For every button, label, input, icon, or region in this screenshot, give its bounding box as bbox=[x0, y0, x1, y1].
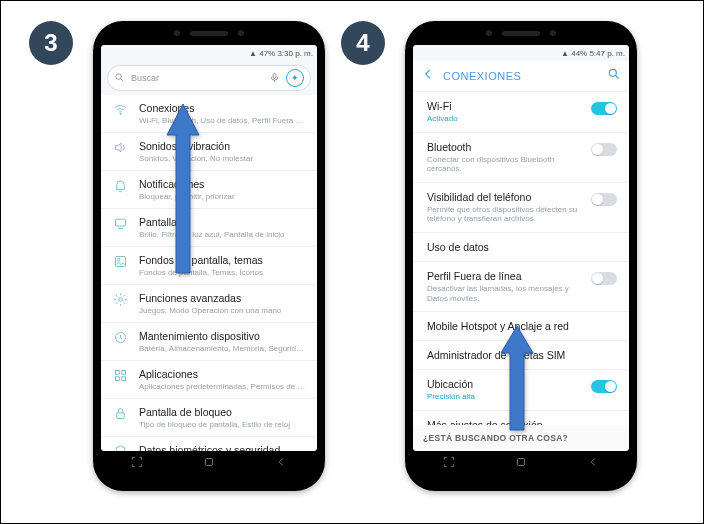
toggle-switch[interactable] bbox=[591, 272, 617, 285]
bell-icon bbox=[111, 178, 129, 201]
home-button[interactable] bbox=[514, 455, 528, 473]
grid-icon bbox=[111, 368, 129, 391]
row-title: Pantalla de bloqueo bbox=[139, 406, 307, 418]
row-title: Conexiones bbox=[139, 102, 307, 114]
display-icon bbox=[111, 216, 129, 239]
svg-rect-12 bbox=[121, 371, 125, 375]
row-subtitle: Batería, Almacenamiento, Memoria, Seguri… bbox=[139, 344, 307, 353]
svg-line-1 bbox=[121, 78, 123, 80]
svg-point-17 bbox=[609, 69, 616, 76]
connections-header: CONEXIONES bbox=[413, 61, 629, 92]
connections-row[interactable]: Más ajustes de conexión bbox=[413, 411, 629, 425]
wifi-icon bbox=[111, 102, 129, 125]
step-4-number: 4 bbox=[356, 29, 369, 57]
mic-icon[interactable] bbox=[269, 72, 280, 85]
connections-row[interactable]: Perfil Fuera de líneaDesactivar las llam… bbox=[413, 262, 629, 312]
toggle-switch[interactable] bbox=[591, 193, 617, 206]
row-subtitle: Fondos de pantalla, Temas, Íconos bbox=[139, 268, 307, 277]
svg-rect-11 bbox=[115, 371, 119, 375]
row-title: Fondos de pantalla, temas bbox=[139, 254, 307, 266]
row-subtitle: Precisión alta bbox=[427, 392, 583, 402]
row-subtitle: Conectar con dispositivos Bluetooth cerc… bbox=[427, 155, 583, 174]
settings-row-lock[interactable]: Pantalla de bloqueoTipo de bloqueo de pa… bbox=[101, 399, 317, 437]
tutorial-stage: 3 4 ▲ 47% 3:30 p. m. Buscar ✦ Conexiones… bbox=[0, 0, 704, 524]
connections-row[interactable]: Mobile Hotspot y Anclaje a red bbox=[413, 312, 629, 341]
recents-button[interactable] bbox=[130, 455, 144, 473]
back-icon[interactable] bbox=[421, 67, 435, 85]
step-3-number: 3 bbox=[44, 29, 57, 57]
svg-line-18 bbox=[616, 76, 619, 79]
svg-rect-2 bbox=[273, 73, 276, 78]
settings-row-shield[interactable]: Datos biométricos y seguridadReconocimie… bbox=[101, 437, 317, 451]
phone-4-sensors bbox=[405, 21, 637, 45]
settings-row-maint[interactable]: Mantenimiento dispositivoBatería, Almace… bbox=[101, 323, 317, 361]
row-title: Visibilidad del teléfono bbox=[427, 191, 583, 203]
svg-rect-13 bbox=[115, 377, 119, 381]
toggle-switch[interactable] bbox=[591, 380, 617, 393]
back-button[interactable] bbox=[274, 455, 288, 473]
settings-row-wall[interactable]: Fondos de pantalla, temasFondos de panta… bbox=[101, 247, 317, 285]
connections-row[interactable]: Visibilidad del teléfonoPermite que otro… bbox=[413, 183, 629, 233]
android-navbar bbox=[413, 451, 629, 481]
svg-point-9 bbox=[118, 298, 122, 302]
phone-3-sensors bbox=[93, 21, 325, 45]
row-title: Datos biométricos y seguridad bbox=[139, 444, 307, 451]
phone-step-4: ▲ 44% 5:47 p. m. CONEXIONES Wi-FiActivad… bbox=[405, 21, 637, 491]
row-title: Notificaciones bbox=[139, 178, 307, 190]
status-right: ▲ 44% 5:47 p. m. bbox=[561, 49, 625, 58]
row-subtitle: Activado bbox=[427, 114, 583, 124]
row-title: Pantalla bbox=[139, 216, 307, 228]
row-subtitle: Wi-Fi, Bluetooth, Uso de datos, Perfil F… bbox=[139, 116, 307, 125]
connections-row[interactable]: Wi-FiActivado bbox=[413, 92, 629, 133]
wall-icon bbox=[111, 254, 129, 277]
svg-rect-7 bbox=[115, 257, 125, 267]
toggle-switch[interactable] bbox=[591, 102, 617, 115]
row-title: Administrador de tarjetas SIM bbox=[427, 349, 617, 361]
svg-point-4 bbox=[119, 113, 120, 114]
maint-icon bbox=[111, 330, 129, 353]
step-3-badge: 3 bbox=[29, 21, 73, 65]
row-subtitle: Permite que otros dispositivos detecten … bbox=[427, 205, 583, 224]
row-title: Uso de datos bbox=[427, 241, 617, 253]
row-subtitle: Bloquear, permitir, priorizar bbox=[139, 192, 307, 201]
svg-point-8 bbox=[117, 258, 120, 261]
recents-button[interactable] bbox=[442, 455, 456, 473]
settings-row-display[interactable]: PantallaBrillo, Filtro de luz azul, Pant… bbox=[101, 209, 317, 247]
header-title: CONEXIONES bbox=[443, 70, 521, 82]
home-button[interactable] bbox=[202, 455, 216, 473]
row-subtitle: Aplicaciones predeterminadas, Permisos d… bbox=[139, 382, 307, 391]
svg-rect-15 bbox=[116, 413, 124, 419]
settings-row-wifi[interactable]: ConexionesWi-Fi, Bluetooth, Uso de datos… bbox=[101, 95, 317, 133]
phone-step-3: ▲ 47% 3:30 p. m. Buscar ✦ ConexionesWi-F… bbox=[93, 21, 325, 491]
row-title: Ubicación bbox=[427, 378, 583, 390]
row-title: Funciones avanzadas bbox=[139, 292, 307, 304]
toggle-switch[interactable] bbox=[591, 143, 617, 156]
row-subtitle: Sonidos, Vibración, No molestar bbox=[139, 154, 307, 163]
settings-row-grid[interactable]: AplicacionesAplicaciones predeterminadas… bbox=[101, 361, 317, 399]
assistant-icon[interactable]: ✦ bbox=[286, 69, 304, 87]
connections-row[interactable]: Administrador de tarjetas SIM bbox=[413, 341, 629, 370]
row-title: Mantenimiento dispositivo bbox=[139, 330, 307, 342]
shield-icon bbox=[111, 444, 129, 451]
status-right: ▲ 47% 3:30 p. m. bbox=[249, 49, 313, 58]
lock-icon bbox=[111, 406, 129, 429]
connections-list: Wi-FiActivadoBluetoothConectar con dispo… bbox=[413, 92, 629, 425]
row-title: Aplicaciones bbox=[139, 368, 307, 380]
settings-row-bell[interactable]: NotificacionesBloquear, permitir, priori… bbox=[101, 171, 317, 209]
status-bar: ▲ 47% 3:30 p. m. bbox=[101, 45, 317, 61]
settings-row-sound[interactable]: Sonidos y vibraciónSonidos, Vibración, N… bbox=[101, 133, 317, 171]
looking-for-something-else[interactable]: ¿ESTÁ BUSCANDO OTRA COSA? bbox=[413, 425, 629, 451]
settings-search[interactable]: Buscar ✦ bbox=[107, 65, 311, 91]
svg-rect-19 bbox=[518, 458, 525, 465]
header-search-icon[interactable] bbox=[607, 67, 621, 85]
connections-row[interactable]: UbicaciónPrecisión alta bbox=[413, 370, 629, 411]
connections-row[interactable]: BluetoothConectar con dispositivos Bluet… bbox=[413, 133, 629, 183]
svg-rect-5 bbox=[115, 219, 125, 226]
row-title: Mobile Hotspot y Anclaje a red bbox=[427, 320, 617, 332]
row-title: Wi-Fi bbox=[427, 100, 583, 112]
settings-row-adv[interactable]: Funciones avanzadasJuegos, Modo Operació… bbox=[101, 285, 317, 323]
back-button[interactable] bbox=[586, 455, 600, 473]
phone-3-screen: ▲ 47% 3:30 p. m. Buscar ✦ ConexionesWi-F… bbox=[101, 45, 317, 451]
phone-4-screen: ▲ 44% 5:47 p. m. CONEXIONES Wi-FiActivad… bbox=[413, 45, 629, 451]
connections-row[interactable]: Uso de datos bbox=[413, 233, 629, 262]
